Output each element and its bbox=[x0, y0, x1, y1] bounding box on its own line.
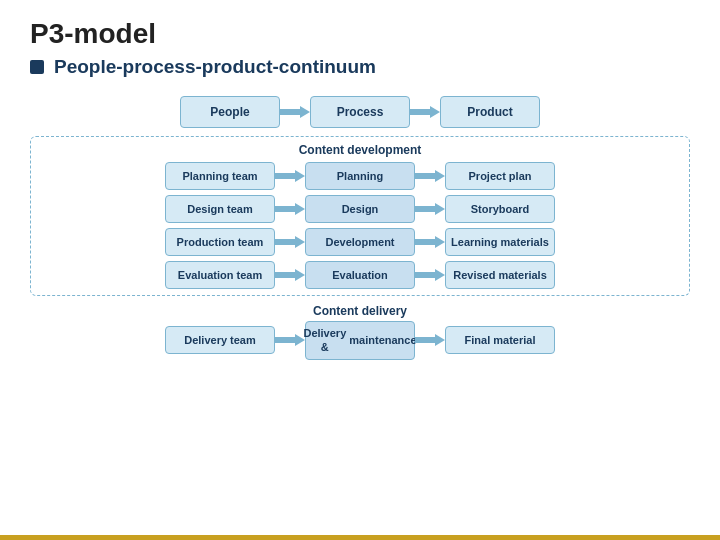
svg-marker-3 bbox=[415, 170, 445, 182]
row-production: Production team Development Learning mat… bbox=[39, 228, 681, 256]
box-people-header: People bbox=[180, 96, 280, 128]
row-planning: Planning team Planning Project plan bbox=[39, 162, 681, 190]
arrow-row1-1 bbox=[275, 201, 305, 217]
arrow-row0-1 bbox=[275, 168, 305, 184]
arrow-row1-2 bbox=[415, 201, 445, 217]
arrow-delivery-2 bbox=[415, 332, 445, 348]
arrow-row2-2 bbox=[415, 234, 445, 250]
planning-product-box: Project plan bbox=[445, 162, 555, 190]
planning-process-box: Planning bbox=[305, 162, 415, 190]
page: P3-model People-process-product-continuu… bbox=[0, 0, 720, 540]
production-process-box: Development bbox=[305, 228, 415, 256]
arrow-row3-2 bbox=[415, 267, 445, 283]
arrow-row2-1 bbox=[275, 234, 305, 250]
arrow-delivery-1 bbox=[275, 332, 305, 348]
box-process-header: Process bbox=[310, 96, 410, 128]
content-delivery-section: Content delivery Delivery team Delivery … bbox=[30, 304, 690, 360]
evaluation-team-box: Evaluation team bbox=[165, 261, 275, 289]
top-row: People Process Product bbox=[30, 96, 690, 128]
arrow-people-process bbox=[280, 104, 310, 120]
diagram: People Process Product Content developme… bbox=[30, 96, 690, 360]
content-dev-label: Content development bbox=[39, 143, 681, 157]
svg-marker-10 bbox=[275, 334, 305, 346]
svg-marker-1 bbox=[410, 106, 440, 118]
svg-marker-8 bbox=[275, 269, 305, 281]
content-dev-section: Content development Planning team Planni… bbox=[30, 136, 690, 296]
arrow-row0-2 bbox=[415, 168, 445, 184]
subtitle-row: People-process-product-continuum bbox=[30, 56, 690, 78]
delivery-team-box: Delivery team bbox=[165, 326, 275, 354]
bottom-line bbox=[0, 535, 720, 540]
svg-marker-2 bbox=[275, 170, 305, 182]
delivery-product-box: Final material bbox=[445, 326, 555, 354]
svg-marker-11 bbox=[415, 334, 445, 346]
delivery-row: Delivery team Delivery & maintenance Fin… bbox=[38, 321, 682, 360]
production-team-box: Production team bbox=[165, 228, 275, 256]
subtitle: People-process-product-continuum bbox=[54, 56, 376, 78]
page-title: P3-model bbox=[30, 18, 690, 50]
arrow-row3-1 bbox=[275, 267, 305, 283]
svg-marker-5 bbox=[415, 203, 445, 215]
svg-marker-0 bbox=[280, 106, 310, 118]
production-product-box: Learning materials bbox=[445, 228, 555, 256]
design-product-box: Storyboard bbox=[445, 195, 555, 223]
arrow-process-product bbox=[410, 104, 440, 120]
evaluation-process-box: Evaluation bbox=[305, 261, 415, 289]
design-team-box: Design team bbox=[165, 195, 275, 223]
row-evaluation: Evaluation team Evaluation Revised mater… bbox=[39, 261, 681, 289]
planning-team-box: Planning team bbox=[165, 162, 275, 190]
evaluation-product-box: Revised materials bbox=[445, 261, 555, 289]
bullet-icon bbox=[30, 60, 44, 74]
svg-marker-4 bbox=[275, 203, 305, 215]
svg-marker-6 bbox=[275, 236, 305, 248]
delivery-process-box: Delivery & maintenance bbox=[305, 321, 415, 360]
design-process-box: Design bbox=[305, 195, 415, 223]
content-delivery-label: Content delivery bbox=[38, 304, 682, 318]
svg-marker-7 bbox=[415, 236, 445, 248]
box-product-header: Product bbox=[440, 96, 540, 128]
row-design: Design team Design Storyboard bbox=[39, 195, 681, 223]
svg-marker-9 bbox=[415, 269, 445, 281]
